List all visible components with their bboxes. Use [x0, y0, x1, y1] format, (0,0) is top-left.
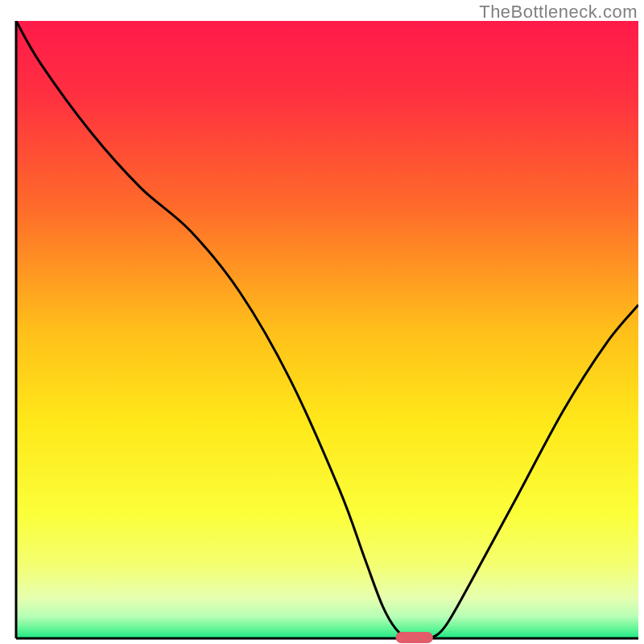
watermark-text: TheBottleneck.com — [479, 2, 638, 23]
sweet-spot-marker — [396, 632, 433, 643]
chart-container: TheBottleneck.com — [0, 0, 644, 644]
bottleneck-chart — [0, 0, 644, 644]
gradient-background — [16, 21, 638, 638]
